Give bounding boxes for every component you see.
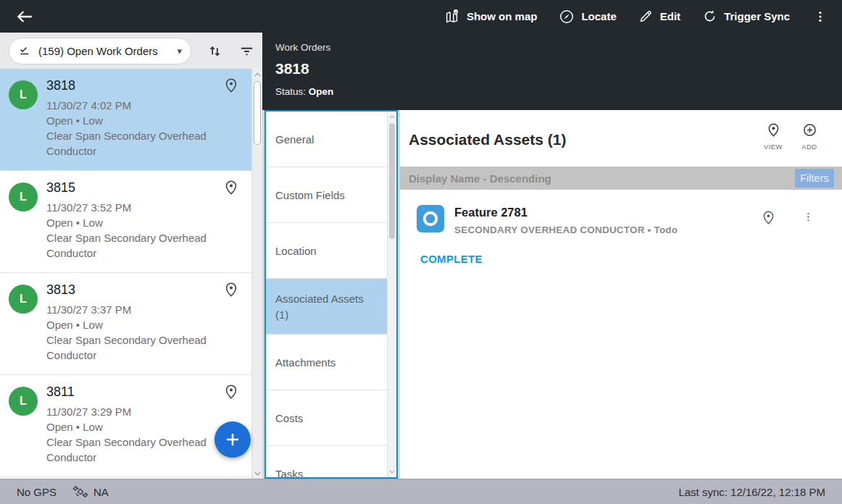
asset-text: Feature 2781 SECONDARY OVERHEAD CONDUCTO… (454, 205, 761, 235)
tab-attachments[interactable]: Attachments (266, 335, 396, 390)
status-line: Status: Open (275, 86, 842, 97)
app-window: Show on map Locate Edit Trigger Sync (0, 0, 842, 504)
filters-button[interactable]: Filters (795, 169, 834, 188)
work-order-text: 3815 11/30/27 3:52 PM Open • Low Clear S… (46, 180, 228, 272)
tab-label: Associated Assets (275, 293, 387, 305)
checklist-icon (18, 44, 32, 58)
work-order-row-3815[interactable]: L 3815 11/30/27 3:52 PM Open • Low Clear… (0, 171, 262, 273)
assets-sort-bar: Display Name - Descending Filters (400, 167, 842, 190)
tab-tasks[interactable]: Tasks (266, 446, 396, 479)
detail-nav: General Custom Fields Location Associate… (264, 110, 398, 479)
asset-kebab-menu[interactable] (802, 210, 814, 227)
add-asset-button[interactable]: ADD (793, 122, 826, 151)
work-order-datetime: 11/30/27 3:52 PM (46, 200, 228, 215)
scroll-up-icon[interactable] (388, 112, 396, 122)
scrollbar-thumb[interactable] (254, 81, 261, 145)
scrollbar-thumb[interactable] (389, 123, 395, 239)
satellite-icon (72, 484, 88, 500)
sort-button[interactable] (207, 43, 223, 59)
work-order-status: Open • Low (46, 215, 228, 230)
tab-general[interactable]: General (266, 112, 396, 167)
work-order-filter-dropdown[interactable]: (159) Open Work Orders ▾ (9, 38, 191, 64)
scroll-down-icon[interactable] (388, 466, 396, 477)
kebab-menu-icon (813, 9, 828, 25)
work-order-type-avatar: L (9, 80, 38, 109)
add-button-label: ADD (801, 143, 817, 151)
locate-button[interactable]: Locate (559, 9, 616, 25)
filter-button[interactable] (238, 43, 255, 59)
work-order-row-3818[interactable]: L 3818 11/30/27 4:02 PM Open • Low Clear… (0, 69, 262, 171)
status-value: Open (309, 86, 334, 97)
top-app-bar: Show on map Locate Edit Trigger Sync (0, 0, 842, 33)
work-order-id: 3813 (46, 282, 228, 298)
work-order-type-avatar: L (9, 182, 38, 211)
work-order-type-avatar: L (9, 285, 38, 314)
chevron-down-icon: ▾ (177, 46, 182, 56)
status-label: Status: (275, 86, 306, 97)
show-on-map-button[interactable]: Show on map (444, 9, 538, 25)
tab-label: Tasks (275, 468, 387, 479)
work-order-type: Clear Span Secondary Overhead Conductor (46, 332, 228, 363)
tab-label: Costs (275, 412, 387, 424)
scroll-up-icon[interactable] (252, 69, 262, 80)
scroll-down-icon[interactable] (252, 468, 262, 479)
work-order-text: 3813 11/30/27 3:37 PM Open • Low Clear S… (46, 282, 228, 374)
pencil-icon (638, 9, 654, 24)
work-order-type: Clear Span Secondary Overhead Conductor (46, 230, 228, 261)
associated-assets-panel: Associated Assets (1) VIEW ADD (400, 110, 842, 479)
assets-header: Associated Assets (1) VIEW ADD (400, 110, 842, 167)
location-pin-icon[interactable] (223, 77, 239, 96)
detail-header: Work Orders 3818 Status: Open (262, 33, 842, 110)
overflow-menu-button[interactable] (812, 7, 829, 27)
view-assets-button[interactable]: VIEW (756, 122, 790, 151)
work-order-type-avatar: L (9, 387, 38, 416)
work-order-status: Open • Low (46, 419, 228, 434)
main-content: (159) Open Work Orders ▾ L 3818 11/30/27… (0, 33, 842, 479)
edit-label: Edit (660, 10, 680, 22)
location-pin-icon[interactable] (761, 210, 776, 228)
work-order-list: L 3818 11/30/27 4:02 PM Open • Low Clear… (0, 69, 262, 479)
location-pin-icon[interactable] (223, 180, 239, 198)
tab-costs[interactable]: Costs (266, 390, 396, 446)
assets-panel-title: Associated Assets (1) (409, 122, 754, 148)
trigger-sync-button[interactable]: Trigger Sync (702, 9, 790, 24)
filter-dropdown-value: (159) Open Work Orders (38, 45, 174, 57)
trigger-sync-label: Trigger Sync (724, 10, 790, 22)
tab-associated-assets[interactable]: Associated Assets (1) (266, 279, 396, 335)
edit-button[interactable]: Edit (638, 9, 680, 24)
tab-label: Attachments (275, 356, 387, 369)
complete-button[interactable]: COMPLETE (420, 253, 483, 265)
location-pin-icon[interactable] (223, 282, 239, 301)
satellite-status: NA (72, 484, 109, 500)
plus-circle-icon (802, 122, 817, 138)
tab-label: General (275, 133, 387, 146)
list-toolbar: (159) Open Work Orders ▾ (0, 33, 262, 69)
add-work-order-fab[interactable] (214, 421, 251, 458)
satellite-value: NA (93, 486, 109, 498)
locate-label: Locate (581, 10, 616, 22)
location-pin-icon[interactable] (223, 384, 239, 403)
last-sync-label: Last sync: 12/16/22, 12:18 PM (678, 486, 825, 498)
work-order-datetime: 11/30/27 3:29 PM (46, 404, 228, 419)
back-arrow-icon (15, 7, 34, 26)
tab-custom-fields[interactable]: Custom Fields (266, 167, 396, 223)
nav-scrollbar[interactable] (387, 112, 396, 477)
work-order-type: Clear Span Secondary Overhead Conductor (46, 128, 228, 159)
work-order-row-3813[interactable]: L 3813 11/30/27 3:37 PM Open • Low Clear… (0, 273, 262, 375)
back-button[interactable] (12, 4, 37, 29)
page-title: 3818 (275, 60, 842, 77)
detail-content-row: General Custom Fields Location Associate… (262, 110, 842, 479)
plus-icon (223, 430, 242, 449)
asset-row-feature-2781[interactable]: Feature 2781 SECONDARY OVERHEAD CONDUCTO… (400, 190, 842, 235)
work-order-list-panel: (159) Open Work Orders ▾ L 3818 11/30/27… (0, 33, 262, 479)
tab-label: Location (275, 245, 387, 257)
work-order-list-scrollbar[interactable] (251, 69, 262, 479)
sync-icon (702, 9, 717, 24)
work-order-type: Clear Span Secondary Overhead Conductor (46, 434, 228, 465)
map-pin-icon (444, 9, 460, 25)
tab-label: Custom Fields (275, 189, 387, 201)
work-order-status: Open • Low (46, 113, 228, 128)
detail-area: Work Orders 3818 Status: Open General Cu… (262, 33, 842, 479)
tab-location[interactable]: Location (266, 223, 396, 279)
feature-type-icon (417, 205, 444, 232)
